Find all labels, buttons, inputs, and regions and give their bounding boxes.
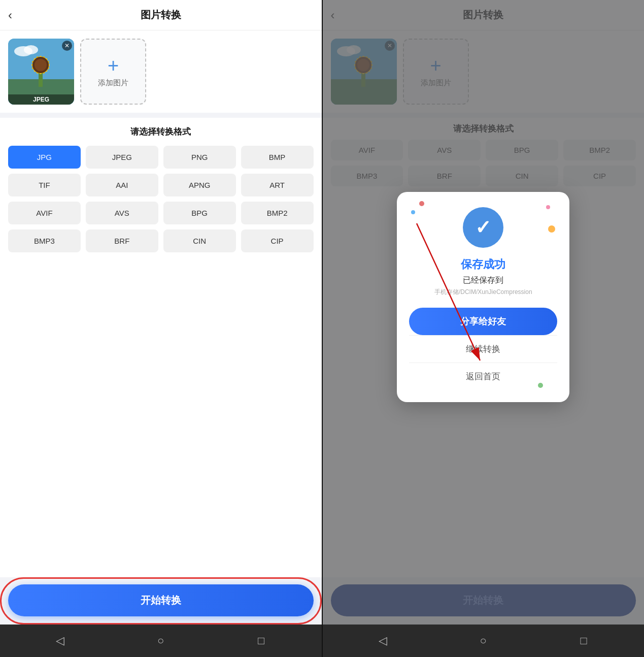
format-btn-bmp[interactable]: BMP — [241, 146, 314, 169]
dot-blue — [411, 210, 415, 214]
right-back-nav-icon[interactable]: ◁ — [374, 634, 392, 647]
right-screen: ‹ 图片转换 — [323, 0, 645, 625]
share-button[interactable]: 分享给好友 — [409, 308, 557, 335]
format-btn-cip[interactable]: CIP — [241, 229, 314, 252]
format-grid: JPGJPEGPNGBMPTIFAAIAPNGARTAVIFAVSBPGBMP2… — [8, 146, 314, 252]
format-btn-avs[interactable]: AVS — [86, 202, 158, 224]
svg-point-2 — [24, 45, 38, 54]
format-btn-aai[interactable]: AAI — [86, 174, 158, 196]
left-start-button[interactable]: 开始转换 — [8, 584, 314, 616]
format-btn-jpg[interactable]: JPG — [8, 146, 81, 169]
left-home-nav-icon[interactable]: ○ — [152, 634, 170, 647]
check-icon: ✓ — [475, 216, 491, 239]
format-btn-tif[interactable]: TIF — [8, 174, 81, 196]
saved-text: 已经保存到 — [463, 275, 503, 286]
left-back-nav-icon[interactable]: ◁ — [51, 634, 70, 647]
add-image-label: 添加图片 — [98, 78, 128, 88]
image-close-button[interactable]: ✕ — [62, 41, 72, 51]
plus-icon: + — [108, 56, 119, 75]
right-nav-bar: ◁ ○ □ — [323, 625, 645, 657]
format-btn-avif[interactable]: AVIF — [8, 202, 81, 224]
format-btn-art[interactable]: ART — [241, 174, 314, 196]
dot-red — [419, 201, 424, 206]
image-thumbnail: ✕ JPEG — [8, 39, 74, 105]
dot-orange — [548, 225, 555, 233]
format-btn-apng[interactable]: APNG — [163, 174, 236, 196]
left-header-title: 图片转换 — [141, 8, 181, 22]
add-image-button[interactable]: + 添加图片 — [80, 39, 146, 105]
home-button[interactable]: 返回首页 — [409, 363, 557, 390]
format-btn-jpeg[interactable]: JPEG — [86, 146, 158, 169]
left-nav-bar: ◁ ○ □ — [0, 625, 322, 657]
left-recents-nav-icon[interactable]: □ — [252, 634, 270, 647]
image-format-label: JPEG — [8, 94, 74, 105]
format-section-title: 请选择转换格式 — [8, 126, 314, 138]
left-start-btn-wrap: 开始转换 — [0, 577, 322, 625]
format-btn-bmp3[interactable]: BMP3 — [8, 229, 81, 252]
format-btn-png[interactable]: PNG — [163, 146, 236, 169]
dot-pink — [546, 205, 550, 209]
format-btn-cin[interactable]: CIN — [163, 229, 236, 252]
right-recents-nav-icon[interactable]: □ — [574, 634, 593, 647]
left-image-area: ✕ JPEG + 添加图片 — [0, 30, 322, 113]
saved-path: 手机存储/DCIM/XunJieCompression — [434, 288, 532, 297]
left-header: ‹ 图片转换 — [0, 0, 322, 30]
format-btn-bmp2[interactable]: BMP2 — [241, 202, 314, 224]
format-btn-brf[interactable]: BRF — [86, 229, 158, 252]
svg-point-14 — [35, 59, 47, 71]
success-dialog: ✓ 保存成功 已经保存到 手机存储/DCIM/XunJieCompression… — [397, 192, 569, 402]
success-dialog-overlay: ✓ 保存成功 已经保存到 手机存储/DCIM/XunJieCompression… — [323, 0, 645, 625]
format-btn-bpg[interactable]: BPG — [163, 202, 236, 224]
continue-convert-button[interactable]: 继续转换 — [409, 336, 557, 363]
success-check-circle: ✓ — [463, 207, 503, 248]
success-title: 保存成功 — [461, 257, 505, 272]
left-back-button[interactable]: ‹ — [8, 8, 12, 22]
format-section: 请选择转换格式 JPGJPEGPNGBMPTIFAAIAPNGARTAVIFAV… — [0, 118, 322, 577]
right-home-nav-icon[interactable]: ○ — [474, 634, 492, 647]
left-screen: ‹ 图片转换 — [0, 0, 322, 625]
